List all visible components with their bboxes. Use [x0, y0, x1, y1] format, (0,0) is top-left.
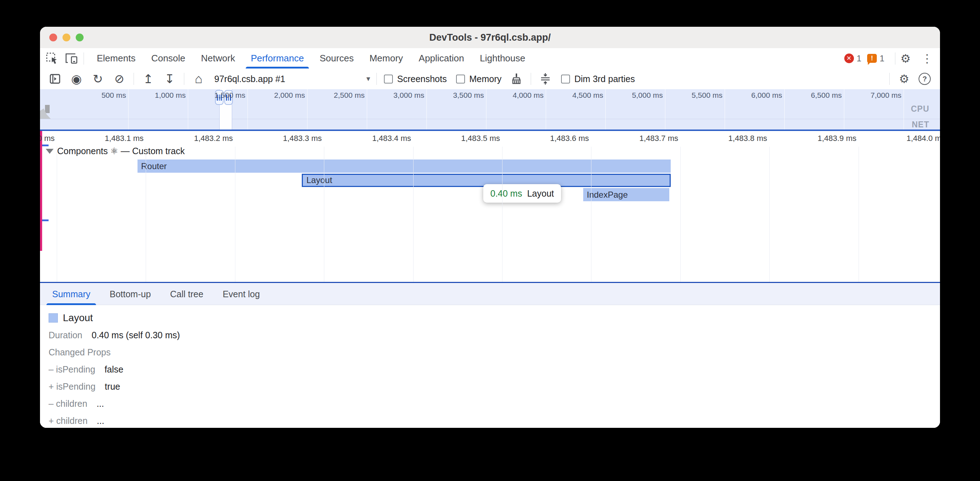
overview-tick-label: 1,000 ms [131, 91, 186, 100]
tab-performance[interactable]: Performance [243, 48, 312, 68]
collapse-arrows-icon[interactable] [539, 73, 552, 85]
more-options-icon[interactable]: ⋮ [921, 53, 933, 64]
prop-name: + isPending [49, 381, 95, 392]
detail-gridline [235, 147, 235, 282]
overview-tick-label: 3,000 ms [369, 91, 424, 100]
error-icon[interactable]: ✕ [844, 54, 854, 63]
prop-row: + isPendingtrue [49, 381, 940, 392]
detail-tick-label: 1,483.2 ms [172, 134, 233, 143]
tab-sources[interactable]: Sources [312, 48, 361, 68]
prop-row: + children... [49, 416, 940, 426]
divider [84, 52, 84, 65]
detail-gridline [769, 147, 770, 282]
save-profile-icon[interactable]: ↧ [163, 73, 176, 85]
prop-value: ... [96, 398, 104, 409]
detail-gridline [859, 147, 859, 282]
tooltip-duration: 0.40 ms [490, 188, 522, 199]
clear-button[interactable]: ⊘ [113, 73, 126, 85]
dim-3rd-parties-label: Dim 3rd parties [574, 74, 635, 84]
tab-memory[interactable]: Memory [361, 48, 411, 68]
timeline-overview[interactable]: CPU NET 500 ms1,000 ms1,500 ms2,000 ms2,… [40, 89, 940, 131]
prop-row: – children... [49, 398, 940, 409]
detail-gridline [680, 147, 681, 282]
track-edge-marker [40, 131, 42, 251]
changed-props-label: Changed Props [49, 347, 111, 357]
bottom-tab-event-log[interactable]: Event log [215, 283, 267, 305]
detail-tick-label: 1,484.0 ms [885, 134, 940, 143]
overview-tick-label: 6,000 ms [727, 91, 782, 100]
prop-row: – isPendingfalse [49, 364, 940, 375]
duration-value: 0.40 ms (self 0.30 ms) [92, 330, 180, 340]
detail-gridline [146, 147, 146, 282]
device-toolbar-icon[interactable] [64, 51, 79, 66]
dim-3rd-parties-checkbox[interactable]: Dim 3rd parties [561, 74, 635, 84]
overview-gridline [904, 89, 904, 130]
duration-row: Duration 0.40 ms (self 0.30 ms) [49, 330, 940, 340]
event-tooltip: 0.40 ms Layout [483, 184, 561, 203]
overview-gridline [307, 89, 307, 130]
help-icon[interactable]: ? [919, 73, 931, 85]
detail-tick-label: 1,483.8 ms [706, 134, 767, 143]
performance-toolbar: ◉ ↻ ⊘ ↥ ↧ ⌂ 97r6ql.csb.app #1 ▼ Screensh… [40, 68, 940, 90]
tab-network[interactable]: Network [193, 48, 243, 68]
cpu-track-label: CPU [911, 104, 929, 114]
overview-tick-label: 7,000 ms [846, 91, 901, 100]
overview-tick-label: 3,500 ms [429, 91, 484, 100]
memory-checkbox[interactable]: Memory [456, 74, 501, 84]
screenshots-checkbox[interactable]: Screenshots [384, 74, 447, 84]
tab-lighthouse[interactable]: Lighthouse [472, 48, 533, 68]
devtools-tab-bar: ElementsConsoleNetworkPerformanceSources… [40, 48, 940, 69]
toggle-sidebar-icon[interactable] [49, 73, 61, 85]
overview-gridline [605, 89, 606, 130]
reload-and-record-button[interactable]: ↻ [91, 73, 104, 85]
overview-tick-label: 4,000 ms [488, 91, 544, 100]
target-selector[interactable]: 97r6ql.csb.app #1 ▼ [214, 74, 371, 84]
overview-gridline [725, 89, 725, 130]
overview-tick-label: 500 ms [71, 91, 126, 100]
window-title: DevTools - 97r6ql.csb.app/ [40, 27, 940, 48]
tooltip-event-name: Layout [527, 188, 554, 199]
event-color-swatch [49, 313, 58, 322]
collect-garbage-icon[interactable] [510, 73, 523, 85]
warning-count[interactable]: 1 [880, 54, 884, 63]
collapse-triangle-icon[interactable] [46, 149, 54, 154]
detail-tick-label: 1,483.0 ms [40, 134, 55, 143]
detail-gridline [324, 147, 324, 282]
flame-event-indexpage[interactable]: IndexPage [583, 188, 669, 201]
divider [184, 73, 184, 85]
bottom-tab-call-tree[interactable]: Call tree [163, 283, 210, 305]
home-icon[interactable]: ⌂ [192, 73, 205, 85]
overview-gridline [486, 89, 487, 130]
checkbox-box[interactable] [456, 75, 465, 84]
capture-settings-gear-icon[interactable]: ⚙ [899, 73, 909, 84]
load-profile-icon[interactable]: ↥ [142, 73, 154, 85]
summary-title-row: Layout [49, 312, 940, 324]
track-header[interactable]: Components ⚛ — Custom track [46, 146, 185, 156]
overview-gridline [546, 89, 546, 130]
error-count[interactable]: 1 [857, 54, 861, 63]
divider [376, 73, 377, 85]
warning-icon[interactable]: ! [867, 54, 877, 63]
record-button[interactable]: ◉ [70, 73, 83, 85]
overview-gridline [248, 89, 248, 130]
bottom-tab-summary[interactable]: Summary [45, 283, 97, 305]
prop-name: – isPending [49, 364, 95, 375]
prop-value: true [105, 381, 120, 392]
detail-tick-label: 1,483.5 ms [439, 134, 500, 143]
tab-elements[interactable]: Elements [89, 48, 143, 68]
inspect-element-icon[interactable] [45, 51, 59, 66]
scroll-indicator-bottom [42, 219, 49, 221]
settings-gear-icon[interactable]: ⚙ [900, 53, 911, 64]
tab-application[interactable]: Application [411, 48, 472, 68]
divider [134, 73, 134, 85]
checkbox-box[interactable] [561, 75, 570, 84]
divider [895, 52, 896, 65]
checkbox-box[interactable] [384, 75, 393, 84]
tab-console[interactable]: Console [143, 48, 193, 68]
prop-value: ... [97, 416, 104, 426]
detail-tick-label: 1,483.7 ms [617, 134, 678, 143]
bottom-tab-bottom-up[interactable]: Bottom-up [102, 283, 158, 305]
devtools-window: DevTools - 97r6ql.csb.app/ ElementsConso… [40, 27, 940, 428]
target-selector-value: 97r6ql.csb.app #1 [214, 74, 285, 84]
flame-chart-pane[interactable]: Components ⚛ — Custom track RouterLayout… [40, 131, 940, 282]
